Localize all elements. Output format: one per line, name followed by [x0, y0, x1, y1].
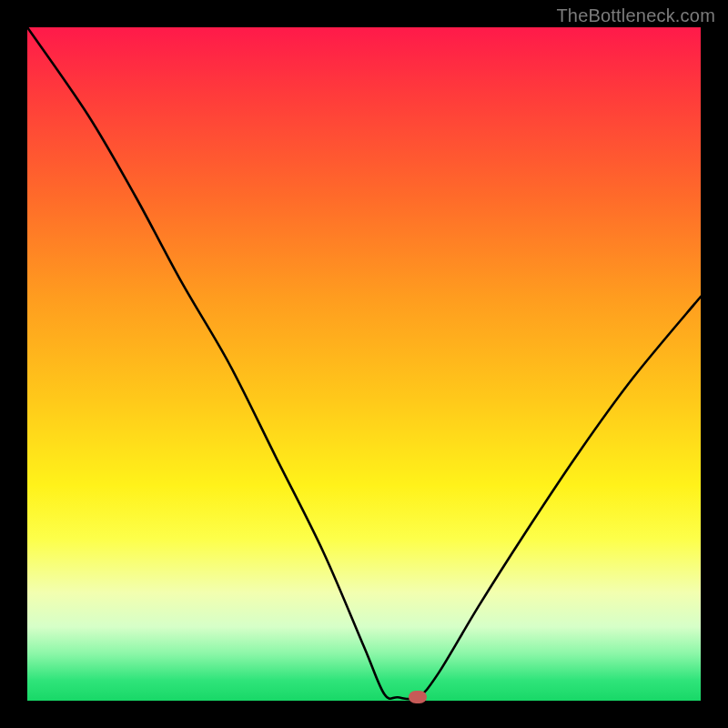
chart-plot-area — [27, 27, 701, 701]
minimum-marker — [409, 691, 427, 703]
chart-stage: TheBottleneck.com — [0, 0, 728, 728]
attribution-text: TheBottleneck.com — [556, 5, 715, 26]
bottleneck-curve — [27, 27, 701, 701]
